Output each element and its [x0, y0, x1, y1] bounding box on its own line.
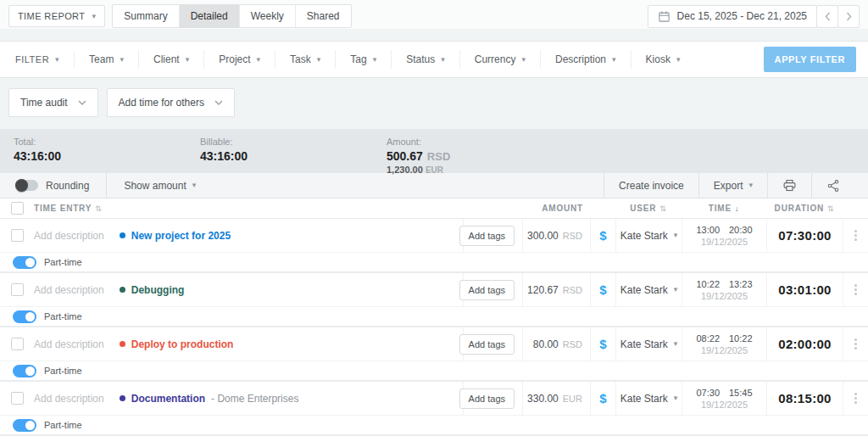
- header-amount[interactable]: AMOUNT: [522, 204, 590, 213]
- billable-icon[interactable]: $: [599, 228, 606, 243]
- header-time[interactable]: TIME↓: [682, 204, 766, 213]
- time-entry-row: Add description Documentation - Dome Ent…: [0, 382, 868, 416]
- table-body: Add description New project for 2025 Add…: [0, 219, 868, 436]
- add-description-field[interactable]: Add description: [34, 230, 104, 242]
- tab-weekly[interactable]: Weekly: [239, 5, 295, 27]
- time-range-cell[interactable]: 07:30 15:45 19/12/2025: [682, 382, 766, 415]
- header-duration[interactable]: DURATION⇅: [766, 204, 843, 213]
- time-range-cell[interactable]: 10:22 13:23 19/12/2025: [682, 273, 766, 306]
- end-time: 15:45: [729, 388, 753, 398]
- duration-value: 08:15:00: [778, 391, 831, 405]
- row-checkbox[interactable]: [11, 229, 24, 242]
- apply-filter-button[interactable]: APPLY FILTER: [764, 47, 856, 72]
- row-checkbox[interactable]: [11, 283, 24, 296]
- project-selector[interactable]: Deploy to production: [120, 338, 234, 350]
- start-time: 13:00: [696, 225, 720, 235]
- add-time-for-others-dropdown[interactable]: Add time for others: [107, 88, 235, 117]
- share-button[interactable]: [811, 173, 854, 198]
- row-checkbox[interactable]: [11, 338, 24, 350]
- add-description-field[interactable]: Add description: [34, 338, 104, 350]
- time-audit-dropdown[interactable]: Time audit: [8, 88, 98, 117]
- user-dropdown[interactable]: Kate Stark ▾: [615, 273, 682, 306]
- parttime-label: Part-time: [44, 420, 82, 430]
- parttime-row: Part-time: [0, 307, 868, 326]
- chevron-down-icon: [214, 100, 223, 105]
- project-selector[interactable]: New project for 2025: [120, 230, 231, 242]
- parttime-toggle[interactable]: [13, 256, 36, 269]
- tab-summary[interactable]: Summary: [113, 5, 178, 27]
- project-selector[interactable]: Documentation - Dome Enterprises: [120, 393, 299, 405]
- add-tags-button[interactable]: Add tags: [459, 388, 515, 409]
- billable-icon[interactable]: $: [599, 391, 606, 405]
- client-name: - Dome Enterprises: [211, 393, 298, 405]
- print-button[interactable]: [767, 173, 811, 198]
- filter-status[interactable]: Status▾: [392, 50, 460, 69]
- duration-value: 02:00:00: [778, 337, 831, 351]
- caret-down-icon: ▾: [257, 56, 261, 64]
- filter-tag[interactable]: Tag▾: [336, 50, 392, 69]
- user-dropdown[interactable]: Kate Stark ▾: [615, 327, 682, 361]
- time-range-cell[interactable]: 08:22 10:22 19/12/2025: [682, 327, 766, 361]
- entry-date: 19/12/2025: [701, 291, 748, 301]
- amount-cell: 80.00 RSD: [522, 327, 590, 361]
- filter-team[interactable]: Team▾: [75, 50, 139, 69]
- add-description-field[interactable]: Add description: [34, 393, 104, 405]
- report-type-dropdown[interactable]: TIME REPORT ▾: [8, 5, 105, 27]
- time-range-cell[interactable]: 13:00 20:30 19/12/2025: [682, 219, 766, 252]
- project-selector[interactable]: Debugging: [120, 284, 185, 296]
- caret-down-icon: ▾: [120, 56, 124, 64]
- time-entries-table: TIME ENTRY⇅ AMOUNT USER⇅ TIME↓ DURATION⇅…: [0, 198, 868, 436]
- parttime-toggle[interactable]: [13, 310, 36, 323]
- tab-shared[interactable]: Shared: [295, 5, 351, 27]
- export-dropdown[interactable]: Export ▾: [698, 173, 767, 198]
- parttime-toggle[interactable]: [13, 365, 36, 377]
- amount-value: 330.00: [527, 393, 559, 405]
- chevron-left-icon: [825, 12, 831, 21]
- next-week-button[interactable]: [837, 5, 860, 28]
- amount-currency: RSD: [427, 150, 450, 163]
- prev-week-button[interactable]: [816, 5, 838, 28]
- time-entry-block: Add description Deploy to production Add…: [0, 327, 868, 382]
- show-amount-dropdown[interactable]: Show amount ▾: [107, 180, 213, 192]
- filter-description[interactable]: Description▾: [541, 50, 632, 69]
- row-menu-button[interactable]: [843, 382, 868, 415]
- date-range-button[interactable]: Dec 15, 2025 - Dec 21, 2025: [648, 5, 817, 28]
- add-tags-button[interactable]: Add tags: [459, 334, 515, 355]
- filter-kiosk[interactable]: Kiosk▾: [632, 50, 695, 69]
- user-dropdown[interactable]: Kate Stark ▾: [615, 219, 682, 252]
- amount-currency: RSD: [563, 285, 582, 295]
- billable-value: 43:16:00: [200, 149, 387, 163]
- row-menu-button[interactable]: [843, 273, 868, 306]
- billable-icon[interactable]: $: [599, 337, 606, 351]
- row-checkbox[interactable]: [11, 392, 24, 405]
- tab-detailed[interactable]: Detailed: [179, 5, 239, 27]
- start-time: 07:30: [696, 388, 720, 398]
- filter-dropdown[interactable]: FILTER▾: [12, 51, 75, 68]
- billable-icon[interactable]: $: [599, 282, 606, 297]
- filter-project[interactable]: Project▾: [204, 50, 275, 69]
- entry-date: 19/12/2025: [701, 237, 748, 247]
- user-dropdown[interactable]: Kate Stark ▾: [615, 382, 682, 415]
- row-menu-button[interactable]: [843, 219, 868, 252]
- summary-total: Total: 43:16:00: [14, 137, 200, 173]
- project-color-dot: [120, 341, 125, 347]
- filter-currency[interactable]: Currency▾: [460, 50, 541, 69]
- amount-value: 500.67: [387, 149, 423, 163]
- amount-currency: EUR: [563, 394, 582, 404]
- create-invoice-button[interactable]: Create invoice: [604, 173, 698, 198]
- add-tags-button[interactable]: Add tags: [459, 280, 515, 300]
- share-icon: [826, 179, 840, 193]
- filter-task[interactable]: Task▾: [275, 50, 336, 69]
- rounding-toggle[interactable]: [15, 180, 38, 191]
- user-name: Kate Stark: [620, 230, 668, 242]
- header-time-entry[interactable]: TIME ENTRY⇅: [34, 204, 463, 213]
- parttime-toggle[interactable]: [13, 419, 36, 432]
- filter-client[interactable]: Client▾: [139, 50, 204, 69]
- add-tags-button[interactable]: Add tags: [459, 226, 515, 246]
- row-menu-button[interactable]: [843, 327, 868, 361]
- date-range-picker: Dec 15, 2025 - Dec 21, 2025: [648, 5, 860, 28]
- select-all-checkbox[interactable]: [11, 202, 24, 215]
- header-user[interactable]: USER⇅: [615, 204, 682, 213]
- add-description-field[interactable]: Add description: [34, 284, 104, 296]
- caret-down-icon: ▾: [676, 56, 681, 64]
